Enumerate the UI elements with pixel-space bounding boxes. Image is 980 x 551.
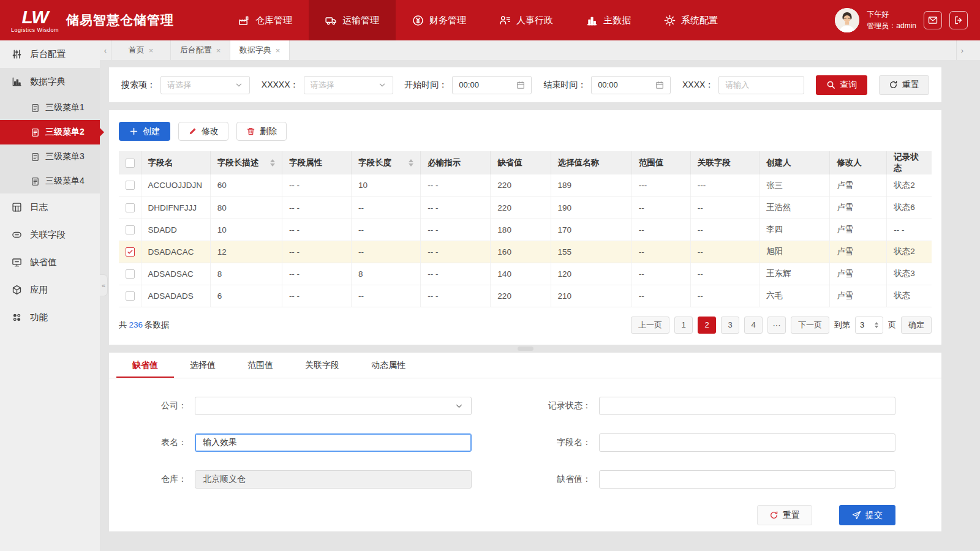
pagination-page-button[interactable]: 1 xyxy=(674,317,693,334)
detail-tab[interactable]: 选择值 xyxy=(174,353,232,378)
dict-icon xyxy=(12,77,22,87)
table-row[interactable]: DSADACAC12-- ----- -160155----旭阳卢雪状态2 xyxy=(119,241,932,263)
table-cell: -- - xyxy=(421,219,491,241)
sidebar-item-sliders[interactable]: 后台配置 xyxy=(0,40,100,68)
edit-button[interactable]: 修改 xyxy=(178,122,228,141)
page-tabbar: ‹ 首页×后台配置×数据字典× › xyxy=(100,40,980,60)
query-button[interactable]: 查询 xyxy=(816,75,867,95)
sort-icon[interactable] xyxy=(270,159,275,167)
table-cell: 张三 xyxy=(759,174,829,197)
spinner-arrows-icon[interactable] xyxy=(875,322,878,328)
reset-filters-button[interactable]: 重置 xyxy=(879,75,929,95)
search-icon xyxy=(826,80,835,89)
page-tab[interactable]: 数据字典× xyxy=(230,40,290,60)
sidebar-item-label: 应用 xyxy=(30,284,48,296)
form-submit-button[interactable]: 提交 xyxy=(839,505,895,525)
row-checkbox[interactable] xyxy=(126,225,135,234)
column-header-label: 字段长度 xyxy=(358,157,391,168)
row-checkbox[interactable] xyxy=(126,247,135,257)
nav-item-settings[interactable]: 系统配置 xyxy=(647,0,734,40)
table-cell: 60 xyxy=(210,174,282,197)
splitter-handle[interactable] xyxy=(518,347,533,351)
detail-tab[interactable]: 范围值 xyxy=(232,353,289,378)
mail-button[interactable] xyxy=(924,11,942,29)
page-tab[interactable]: 首页× xyxy=(111,40,171,60)
table-name-input[interactable] xyxy=(195,433,472,452)
table-row[interactable]: ACCUOJJDJN60-- -10-- -220189------张三卢雪状态… xyxy=(119,174,932,197)
warehouse-input xyxy=(195,470,472,489)
filter-xxxx-input[interactable] xyxy=(718,76,804,94)
pagination-ellipsis[interactable]: ··· xyxy=(767,317,786,334)
pagination-page-button[interactable]: 3 xyxy=(721,317,739,334)
column-header: 缺省值 xyxy=(497,157,543,168)
nav-item-label: 运输管理 xyxy=(342,15,379,26)
table-cell: 210 xyxy=(551,285,631,307)
close-icon[interactable]: × xyxy=(216,46,221,55)
monitor-icon xyxy=(12,257,22,268)
pagination-prev-button[interactable]: 上一页 xyxy=(631,317,669,334)
close-icon[interactable]: × xyxy=(149,46,154,55)
pagination-page-button[interactable]: 2 xyxy=(698,317,716,334)
column-header-label: 记录状态 xyxy=(894,152,925,174)
user-avatar[interactable] xyxy=(835,8,859,32)
form-reset-button[interactable]: 重置 xyxy=(757,505,812,525)
sidebar-item-link[interactable]: 关联字段 xyxy=(0,221,100,249)
detail-tab[interactable]: 动态属性 xyxy=(355,353,421,378)
nav-item-truck[interactable]: 运输管理 xyxy=(309,0,396,40)
table-cell: -- xyxy=(352,219,421,241)
nav-item-hr[interactable]: 人事行政 xyxy=(483,0,570,40)
reset-icon xyxy=(769,511,778,520)
column-header: 创建人 xyxy=(766,157,823,168)
table-cell: 状态2 xyxy=(887,174,932,197)
row-checkbox[interactable] xyxy=(126,291,135,301)
sidebar-subitem[interactable]: 三级菜单2 xyxy=(0,120,100,144)
start-time-input[interactable]: 00:00 xyxy=(452,76,532,94)
pagination-next-button[interactable]: 下一页 xyxy=(791,317,829,334)
logout-button[interactable] xyxy=(949,11,968,29)
close-icon[interactable]: × xyxy=(276,46,281,55)
goto-label: 到第 xyxy=(834,320,850,331)
sidebar-subitem[interactable]: 三级菜单1 xyxy=(0,96,100,120)
sidebar-item-log[interactable]: 日志 xyxy=(0,193,100,221)
record-status-input[interactable] xyxy=(599,397,895,415)
table-cell: 190 xyxy=(551,197,631,219)
sidebar-collapse-handle[interactable]: « xyxy=(100,274,108,296)
end-time-input[interactable]: 00:00 xyxy=(591,76,671,94)
row-checkbox[interactable] xyxy=(126,269,135,279)
detail-tab[interactable]: 关联字段 xyxy=(289,353,355,378)
sidebar-item-dict[interactable]: 数据字典 xyxy=(0,68,100,96)
company-select[interactable] xyxy=(195,397,472,415)
sort-icon[interactable] xyxy=(409,159,413,167)
goto-confirm-button[interactable]: 确定 xyxy=(901,317,932,334)
page-tab[interactable]: 后台配置× xyxy=(171,40,230,60)
create-button[interactable]: 创建 xyxy=(119,122,170,141)
tab-scroll-right-icon[interactable]: › xyxy=(956,40,968,60)
filter-xxxxx-select[interactable]: 请选择 xyxy=(304,76,393,94)
sidebar-item-app[interactable]: 应用 xyxy=(0,276,100,304)
table-row[interactable]: DHDIFNFJJJ80-- ----- -220190----王浩然卢雪状态6 xyxy=(119,197,932,219)
table-row[interactable]: SDADD10-- ----- -180170----李四卢雪-- - xyxy=(119,219,932,241)
nav-item-finance[interactable]: 财务管理 xyxy=(396,0,483,40)
table-cell: -- xyxy=(352,197,421,219)
select-all-checkbox[interactable] xyxy=(126,159,135,168)
sidebar-subitem[interactable]: 三级菜单3 xyxy=(0,144,100,169)
goto-page-spinner[interactable]: 3 xyxy=(855,317,883,334)
sidebar-subitem[interactable]: 三级菜单4 xyxy=(0,169,100,193)
table-row[interactable]: ADSADSAC8-- -8-- -140120----王东辉卢雪状态3 xyxy=(119,263,932,285)
detail-tab[interactable]: 缺省值 xyxy=(116,353,174,378)
row-checkbox[interactable] xyxy=(126,181,135,190)
field-name-input[interactable] xyxy=(599,433,895,452)
nav-item-masterdata[interactable]: 主数据 xyxy=(570,0,647,40)
delete-button[interactable]: 删除 xyxy=(236,122,287,141)
nav-item-warehouse[interactable]: 仓库管理 xyxy=(222,0,309,40)
page-tab-label: 后台配置 xyxy=(180,45,212,56)
filter-search-select[interactable]: 请选择 xyxy=(160,76,250,94)
table-row[interactable]: ADSADADS6-- ----- -220210----六毛卢雪状态 xyxy=(119,285,932,307)
pagination-page-button[interactable]: 4 xyxy=(744,317,763,334)
row-checkbox[interactable] xyxy=(126,203,135,212)
tab-scroll-left-icon[interactable]: ‹ xyxy=(100,40,111,60)
default-value-input[interactable] xyxy=(599,470,895,489)
form-row-3: 仓库： 缺省值： xyxy=(109,470,941,489)
sidebar-item-monitor[interactable]: 缺省值 xyxy=(0,249,100,276)
sidebar-item-grid[interactable]: 功能 xyxy=(0,304,100,331)
